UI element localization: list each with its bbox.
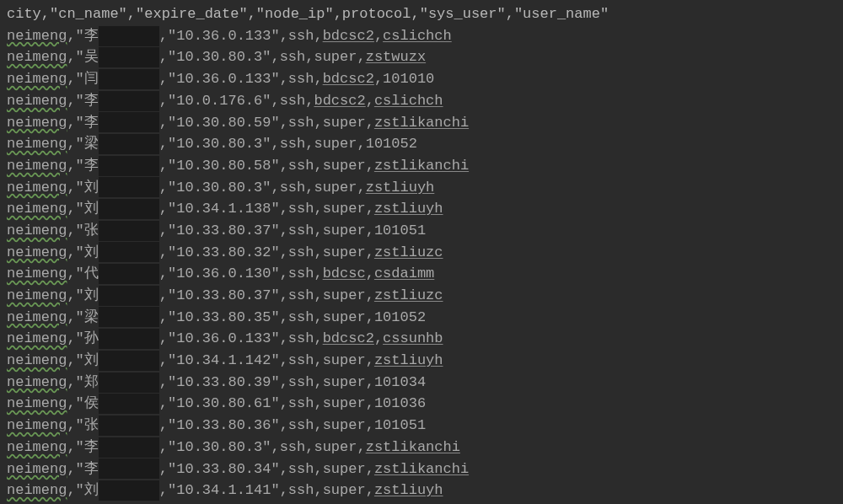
sys-user-value: bdcsc bbox=[323, 263, 366, 285]
cn-name-prefix: 吴 bbox=[84, 46, 99, 68]
city-value: neimeng bbox=[7, 155, 67, 177]
cn-name-prefix: 李 bbox=[84, 90, 99, 112]
cn-name-prefix: 梁 bbox=[84, 133, 99, 155]
csv-data-row: neimeng,"闫,"10.36.0.133",ssh,bdcsc2,1010… bbox=[7, 68, 836, 90]
row-middle-text: ,"10.30.80.3",ssh, bbox=[159, 46, 314, 68]
user-name-value: zstwuzx bbox=[366, 46, 426, 68]
user-name-value: 101051 bbox=[374, 415, 426, 437]
row-middle-text: ,"10.30.80.61",ssh, bbox=[159, 393, 323, 415]
row-middle-text: ,"10.30.80.58",ssh, bbox=[159, 155, 323, 177]
user-name-value: 101036 bbox=[374, 393, 426, 415]
redacted-block bbox=[99, 69, 159, 89]
row-middle-text: ,"10.33.80.32",ssh, bbox=[159, 242, 323, 264]
cn-name-prefix: 刘 bbox=[84, 350, 99, 372]
cn-name-prefix: 李 bbox=[84, 25, 99, 47]
row-middle-text: ,"10.34.1.142",ssh, bbox=[159, 350, 323, 372]
cn-name-prefix: 李 bbox=[84, 155, 99, 177]
row-middle-text: ,"10.34.1.141",ssh, bbox=[159, 480, 323, 501]
city-value: neimeng bbox=[7, 133, 67, 155]
cn-name-prefix: 刘 bbox=[84, 285, 99, 307]
user-name-value: zstliuyh bbox=[366, 177, 435, 199]
redacted-block bbox=[99, 416, 159, 436]
csv-data-row: neimeng,"孙,"10.36.0.133",ssh,bdcsc2,cssu… bbox=[7, 328, 836, 350]
cn-name-prefix: 刘 bbox=[84, 242, 99, 264]
user-name-value: zstlikanchi bbox=[374, 112, 469, 134]
csv-text-view: city,"cn_name","expire_date","node_ip",p… bbox=[7, 3, 836, 501]
redacted-block bbox=[99, 458, 159, 479]
redacted-block bbox=[99, 394, 159, 414]
redacted-block bbox=[99, 480, 159, 501]
user-name-value: zstlikanchi bbox=[374, 458, 469, 480]
redacted-block bbox=[99, 177, 159, 197]
user-name-value: cssunhb bbox=[383, 328, 443, 350]
redacted-block bbox=[99, 26, 159, 46]
csv-data-row: neimeng,"刘,"10.33.80.37",ssh,super,zstli… bbox=[7, 285, 836, 307]
csv-data-row: neimeng,"吴,"10.30.80.3",ssh,super,zstwuz… bbox=[7, 46, 836, 68]
redacted-block bbox=[99, 134, 159, 154]
csv-data-row: neimeng,"郑,"10.33.80.39",ssh,super,10103… bbox=[7, 372, 836, 394]
sys-user-value: bdcsc2 bbox=[323, 68, 374, 90]
user-name-value: zstliuyh bbox=[374, 480, 443, 501]
cn-name-prefix: 闫 bbox=[84, 68, 99, 90]
sys-user-value: super bbox=[323, 307, 366, 329]
user-name-value: 101052 bbox=[374, 307, 426, 329]
row-middle-text: ,"10.33.80.37",ssh, bbox=[159, 285, 323, 307]
user-name-value: zstlikanchi bbox=[366, 437, 460, 458]
user-name-value: cslichch bbox=[374, 90, 443, 112]
sys-user-value: super bbox=[323, 415, 366, 437]
row-middle-text: ,"10.0.176.6",ssh, bbox=[159, 90, 314, 112]
cn-name-prefix: 张 bbox=[84, 220, 99, 242]
city-value: neimeng bbox=[7, 393, 67, 415]
city-value: neimeng bbox=[7, 242, 67, 264]
sys-user-value: super bbox=[323, 393, 366, 415]
row-middle-text: ,"10.33.80.35",ssh, bbox=[159, 307, 323, 329]
city-value: neimeng bbox=[7, 68, 67, 90]
city-value: neimeng bbox=[7, 263, 67, 285]
row-middle-text: ,"10.36.0.130",ssh, bbox=[159, 263, 323, 285]
row-middle-text: ,"10.30.80.59",ssh, bbox=[159, 112, 323, 134]
city-value: neimeng bbox=[7, 285, 67, 307]
user-name-value: csdaimm bbox=[374, 263, 434, 285]
csv-data-row: neimeng,"梁,"10.30.80.3",ssh,super,101052 bbox=[7, 133, 836, 155]
city-value: neimeng bbox=[7, 372, 67, 394]
cn-name-prefix: 李 bbox=[84, 112, 99, 134]
user-name-value: 101052 bbox=[366, 133, 417, 155]
redacted-block bbox=[99, 242, 159, 262]
row-middle-text: ,"10.30.80.3",ssh, bbox=[159, 133, 314, 155]
csv-data-row: neimeng,"代,"10.36.0.130",ssh,bdcsc,csdai… bbox=[7, 263, 836, 285]
city-value: neimeng bbox=[7, 328, 67, 350]
redacted-block bbox=[99, 437, 159, 458]
row-middle-text: ,"10.30.80.3",ssh, bbox=[159, 437, 314, 458]
csv-data-row: neimeng,"张,"10.33.80.36",ssh,super,10105… bbox=[7, 415, 836, 437]
city-value: neimeng bbox=[7, 198, 67, 220]
redacted-block bbox=[99, 91, 159, 111]
sys-user-value: bdcsc2 bbox=[323, 25, 374, 47]
sys-user-value: super bbox=[323, 350, 366, 372]
city-value: neimeng bbox=[7, 415, 67, 437]
user-name-value: zstlikanchi bbox=[374, 155, 469, 177]
cn-name-prefix: 张 bbox=[84, 415, 99, 437]
sys-user-value: super bbox=[314, 177, 357, 199]
cn-name-prefix: 刘 bbox=[84, 177, 99, 199]
user-name-value: 101010 bbox=[383, 68, 434, 90]
cn-name-prefix: 李 bbox=[84, 437, 99, 458]
user-name-value: zstliuyh bbox=[374, 198, 443, 220]
redacted-block bbox=[99, 199, 159, 219]
csv-data-row: neimeng,"李,"10.30.80.58",ssh,super,zstli… bbox=[7, 155, 836, 177]
csv-data-row: neimeng,"梁,"10.33.80.35",ssh,super,10105… bbox=[7, 307, 836, 329]
sys-user-value: super bbox=[314, 46, 357, 68]
cn-name-prefix: 刘 bbox=[84, 480, 99, 501]
city-value: neimeng bbox=[7, 46, 67, 68]
city-value: neimeng bbox=[7, 437, 67, 458]
user-name-value: zstliuzc bbox=[374, 242, 443, 264]
cn-name-prefix: 刘 bbox=[84, 198, 99, 220]
cn-name-prefix: 孙 bbox=[84, 328, 99, 350]
redacted-block bbox=[99, 264, 159, 284]
cn-name-prefix: 侯 bbox=[84, 393, 99, 415]
city-value: neimeng bbox=[7, 480, 67, 501]
row-middle-text: ,"10.36.0.133",ssh, bbox=[159, 328, 323, 350]
csv-header-row: city,"cn_name","expire_date","node_ip",p… bbox=[7, 3, 836, 25]
redacted-block bbox=[99, 373, 159, 393]
row-middle-text: ,"10.36.0.133",ssh, bbox=[159, 25, 323, 47]
row-middle-text: ,"10.30.80.3",ssh, bbox=[159, 177, 314, 199]
